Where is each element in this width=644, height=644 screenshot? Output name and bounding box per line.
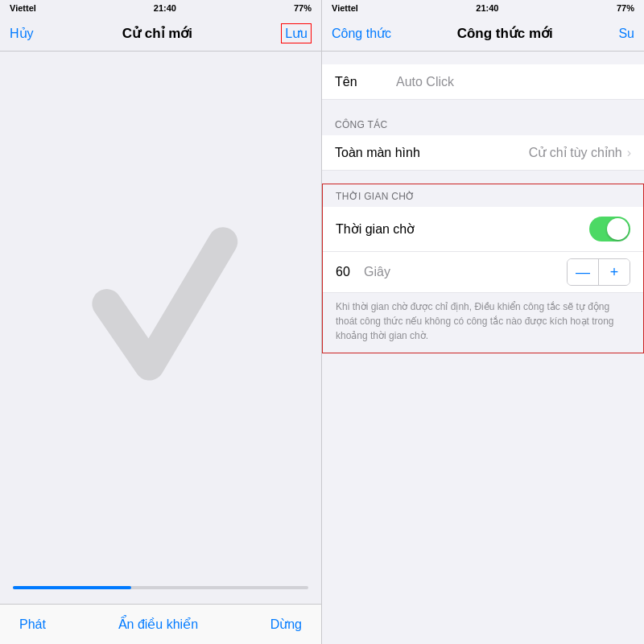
play-button[interactable]: Phát xyxy=(19,617,46,632)
stop-button[interactable]: Dừng xyxy=(270,617,302,632)
decrement-button[interactable]: — xyxy=(568,259,598,285)
toggle-thumb xyxy=(607,218,629,240)
row-value: Cử chỉ tùy chỉnh xyxy=(529,145,622,160)
left-carrier: Viettel xyxy=(10,3,36,13)
toan-man-hinh-label: Toàn màn hình xyxy=(335,146,420,160)
back-button[interactable]: Công thức xyxy=(332,26,391,41)
right-battery: 77% xyxy=(617,3,634,13)
left-time: 21:40 xyxy=(154,3,176,13)
name-value: Auto Click xyxy=(396,75,454,89)
progress-bar-area xyxy=(0,572,321,604)
timeout-toggle-row: Thời gian chờ xyxy=(323,207,643,252)
timeout-section: THỜI GIAN CHỜ Thời gian chờ 60 Giây — + xyxy=(322,184,644,353)
left-battery: 77% xyxy=(294,3,312,13)
stepper-unit: Giây xyxy=(364,265,390,279)
left-nav: Hủy Cử chỉ mới Lưu xyxy=(0,16,321,52)
toan-man-hinh-row[interactable]: Toàn màn hình Cử chỉ tùy chỉnh › xyxy=(322,135,644,171)
save-button[interactable]: Lưu xyxy=(281,23,312,43)
left-nav-title: Cử chỉ mới xyxy=(122,25,192,42)
progress-fill xyxy=(13,586,131,589)
name-field-row: Tên Auto Click xyxy=(322,64,644,100)
timeout-hint: Khi thời gian chờ được chỉ định, Điều kh… xyxy=(323,293,643,353)
cong-tac-header: CÔNG TÁC xyxy=(322,113,644,135)
hide-controls-button[interactable]: Ẩn điều khiển xyxy=(118,617,199,632)
right-panel: Viettel 21:40 77% Công thức Công thức mớ… xyxy=(322,0,644,644)
stepper-row: 60 Giây — + xyxy=(323,252,643,293)
right-save-button[interactable]: Su xyxy=(618,27,634,41)
right-nav: Công thức Công thức mới Su xyxy=(322,16,644,52)
increment-button[interactable]: + xyxy=(599,259,630,285)
toan-man-hinh-right: Cử chỉ tùy chỉnh › xyxy=(529,145,631,160)
right-status-bar: Viettel 21:40 77% xyxy=(322,0,644,16)
stepper-value: 60 xyxy=(336,265,356,279)
left-status-bar: Viettel 21:40 77% xyxy=(0,0,321,16)
cong-tac-section: CÔNG TÁC Toàn màn hình Cử chỉ tùy chỉnh … xyxy=(322,113,644,171)
timeout-header: THỜI GIAN CHỜ xyxy=(323,184,643,207)
chevron-right-icon: › xyxy=(627,146,631,160)
name-label: Tên xyxy=(335,75,383,89)
progress-track xyxy=(13,586,308,589)
right-content: Tên Auto Click CÔNG TÁC Toàn màn hình Cử… xyxy=(322,52,644,644)
timeout-toggle[interactable] xyxy=(589,217,630,242)
stepper-left: 60 Giây xyxy=(336,265,390,279)
name-section: Tên Auto Click xyxy=(322,64,644,100)
right-time: 21:40 xyxy=(476,3,498,13)
right-carrier: Viettel xyxy=(332,3,358,13)
ios-stepper: — + xyxy=(567,258,630,286)
cancel-button[interactable]: Hủy xyxy=(10,26,34,41)
checkmark-icon xyxy=(80,211,242,412)
gesture-area[interactable] xyxy=(0,52,321,572)
right-nav-title: Công thức mới xyxy=(457,25,553,42)
left-bottom-nav: Phát Ẩn điều khiển Dừng xyxy=(0,604,321,644)
timeout-toggle-label: Thời gian chờ xyxy=(336,221,415,237)
left-panel: Viettel 21:40 77% Hủy Cử chỉ mới Lưu Phá… xyxy=(0,0,322,644)
